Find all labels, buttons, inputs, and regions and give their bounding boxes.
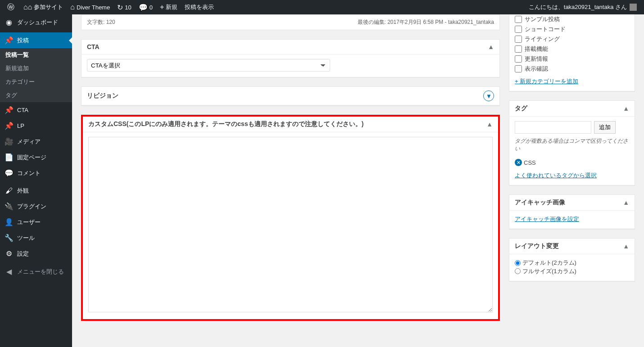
- menu-media[interactable]: 🎥メディア: [0, 134, 72, 149]
- chevron-up-icon[interactable]: ▲: [623, 243, 629, 250]
- popular-tags-link[interactable]: よく使われているタグから選択: [515, 172, 597, 179]
- menu-media-label: メディア: [17, 138, 41, 146]
- layout-radio-default[interactable]: [515, 260, 521, 266]
- layout-header[interactable]: レイアウト変更 ▲: [509, 239, 635, 254]
- collapse-menu[interactable]: ◀メニューを閉じる: [0, 264, 72, 279]
- category-label: ショートコード: [525, 25, 566, 33]
- chevron-up-icon[interactable]: ▲: [623, 105, 629, 112]
- chevron-up-icon[interactable]: ▲: [623, 199, 629, 206]
- category-label: サンプル投稿: [525, 15, 560, 23]
- word-count-row: 文字数: 120 最後の編集: 2017年2月9日 6:58 PM - taka…: [81, 14, 500, 30]
- layout-metabox: レイアウト変更 ▲ デフォルト(2カラム) フルサイズ(1カラム): [509, 238, 635, 281]
- revisions-metabox: リビジョン ▾: [81, 86, 500, 106]
- layout-option-fullsize[interactable]: フルサイズ(1カラム): [515, 267, 576, 275]
- layout-opt2-label: フルサイズ(1カラム): [522, 267, 576, 275]
- view-post[interactable]: 投稿を表示: [181, 0, 218, 14]
- chevron-up-icon[interactable]: ▲: [486, 121, 493, 128]
- collapse-icon: ◀: [5, 267, 14, 276]
- category-checkbox-row[interactable]: 表示確認: [515, 64, 629, 74]
- add-category-link[interactable]: + 新規カテゴリーを追加: [515, 77, 578, 86]
- cta-select[interactable]: CTAを選択: [87, 59, 330, 72]
- menu-posts-label: 投稿: [17, 36, 29, 45]
- category-checkbox[interactable]: [515, 16, 522, 23]
- menu-lp[interactable]: 📌LP: [0, 118, 72, 134]
- wordpress-icon: ⓦ: [7, 3, 14, 12]
- chevron-up-icon[interactable]: ▲: [488, 43, 494, 50]
- menu-users[interactable]: 👤ユーザー: [0, 214, 72, 230]
- menu-appearance[interactable]: 🖌外観: [0, 183, 72, 198]
- category-checkbox-row[interactable]: サンプル投稿: [515, 14, 629, 24]
- menu-tools[interactable]: 🔧ツール: [0, 230, 72, 246]
- set-featured-image-link[interactable]: アイキャッチ画像を設定: [515, 216, 579, 222]
- my-sites-label: 参加サイト: [34, 3, 63, 11]
- wp-logo[interactable]: ⓦ: [4, 0, 20, 14]
- tag-add-button[interactable]: 追加: [594, 121, 616, 134]
- submenu-tags[interactable]: タグ: [0, 89, 72, 102]
- submenu-categories[interactable]: カテゴリー: [0, 75, 72, 89]
- new-label: 新規: [166, 3, 177, 11]
- menu-users-label: ユーザー: [17, 218, 41, 226]
- tags-header[interactable]: タグ ▲: [509, 101, 635, 117]
- categories-metabox: サンプル投稿ショートコードライティング搭載機能更新情報表示確認+ 新規カテゴリー…: [509, 14, 635, 91]
- last-edit: 最後の編集: 2017年2月9日 6:58 PM - taka20921_tan…: [358, 18, 494, 26]
- site-name[interactable]: ⌂Diver Theme: [67, 0, 113, 14]
- category-checkbox[interactable]: [515, 65, 522, 72]
- menu-cta[interactable]: 📌CTA: [0, 102, 72, 118]
- menu-settings-label: 設定: [17, 250, 29, 258]
- my-account[interactable]: こんにちは、taka20921_tantaka さん: [525, 0, 640, 14]
- featured-header[interactable]: アイキャッチ画像 ▲: [509, 195, 635, 211]
- tag-chip-label: CSS: [524, 159, 536, 166]
- tags-title: タグ: [515, 104, 527, 113]
- menu-comments[interactable]: 💬コメント: [0, 165, 72, 181]
- admin-menu: ◉ダッシュボード 📌投稿 投稿一覧 新規追加 カテゴリー タグ 📌CTA 📌LP…: [0, 14, 72, 347]
- cta-metabox-header[interactable]: CTA ▲: [82, 40, 499, 54]
- menu-pages[interactable]: 📄固定ページ: [0, 149, 72, 165]
- menu-pages-label: 固定ページ: [17, 153, 46, 162]
- submenu-add-new[interactable]: 新規追加: [0, 62, 72, 75]
- page-icon: 📄: [5, 153, 14, 162]
- my-sites[interactable]: ⌂⌂参加サイト: [20, 0, 67, 14]
- layout-opt1-label: デフォルト(2カラム): [522, 259, 576, 267]
- category-checkbox-row[interactable]: ショートコード: [515, 24, 629, 34]
- dashboard-icon: ◉: [5, 18, 14, 27]
- category-checkbox-row[interactable]: ライティング: [515, 34, 629, 44]
- media-icon: 🎥: [5, 137, 14, 146]
- menu-settings[interactable]: ⚙設定: [0, 246, 72, 261]
- collapse-label: メニューを閉じる: [17, 268, 64, 276]
- menu-cta-label: CTA: [17, 107, 28, 113]
- custom-css-title: カスタムCSS(このLPにのみ適用されます。テーマのcssも適用されますので注意…: [88, 120, 363, 128]
- new-content[interactable]: +新規: [156, 0, 181, 14]
- tag-input[interactable]: [515, 121, 591, 134]
- custom-css-metabox: カスタムCSS(このLPにのみ適用されます。テーマのcssも適用されますので注意…: [81, 115, 500, 321]
- remove-tag-icon[interactable]: ✕: [515, 159, 522, 166]
- pin-icon: 📌: [5, 106, 14, 114]
- category-label: 更新情報: [525, 55, 548, 63]
- avatar: [630, 4, 637, 11]
- category-checkbox-row[interactable]: 搭載機能: [515, 44, 629, 54]
- layout-radio-fullsize[interactable]: [515, 268, 521, 274]
- site-name-label: Diver Theme: [77, 4, 110, 11]
- category-checkbox-row[interactable]: 更新情報: [515, 54, 629, 64]
- custom-css-header[interactable]: カスタムCSS(このLPにのみ適用されます。テーマのcssも適用されますので注意…: [83, 117, 498, 132]
- category-checkbox[interactable]: [515, 55, 522, 63]
- chevron-down-icon[interactable]: ▾: [483, 90, 494, 101]
- updates-count: 10: [125, 4, 131, 11]
- updates[interactable]: ↻10: [113, 0, 135, 14]
- comments-link[interactable]: 💬0: [135, 0, 156, 14]
- submenu-all-posts[interactable]: 投稿一覧: [0, 48, 72, 62]
- comment-icon: 💬: [5, 169, 14, 177]
- menu-posts[interactable]: 📌投稿: [0, 32, 72, 48]
- revisions-header[interactable]: リビジョン ▾: [82, 87, 499, 105]
- tags-metabox: タグ ▲ 追加 タグが複数ある場合はコンマで区切ってください ✕ CSS よく使…: [509, 100, 635, 185]
- user-icon: 👤: [5, 218, 14, 226]
- menu-plugins[interactable]: 🔌プラグイン: [0, 198, 72, 214]
- category-checkbox[interactable]: [515, 36, 522, 43]
- admin-bar: ⓦ ⌂⌂参加サイト ⌂Diver Theme ↻10 💬0 +新規 投稿を表示 …: [0, 0, 644, 14]
- category-label: 表示確認: [525, 65, 548, 73]
- menu-dashboard[interactable]: ◉ダッシュボード: [0, 14, 72, 30]
- category-checkbox[interactable]: [515, 26, 522, 33]
- custom-css-textarea[interactable]: [88, 137, 493, 312]
- menu-appearance-label: 外観: [17, 187, 29, 195]
- category-checkbox[interactable]: [515, 45, 522, 53]
- layout-option-default[interactable]: デフォルト(2カラム): [515, 259, 576, 267]
